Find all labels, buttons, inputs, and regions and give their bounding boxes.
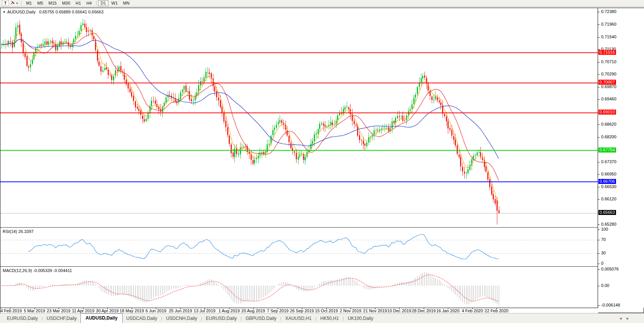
date-label: 30 Apr 2019 [96, 308, 118, 313]
axis-tick-mark [598, 137, 600, 138]
hline-price-badge: 0.70007 [598, 80, 616, 85]
draw-arrows-tool-button[interactable]: ▼ [10, 0, 18, 6]
axis-tick-mark [598, 87, 600, 87]
toolbar-grip[interactable] [21, 1, 21, 5]
price-tick-label: 0.70710 [601, 59, 616, 64]
axis-tick-mark [598, 37, 600, 38]
chart-window: ▼AUDUSD,Daily0.65755 0.65889 0.65641 0.6… [0, 8, 644, 313]
date-label: 2 Nov 2019 [340, 308, 361, 313]
chart-menu-icon[interactable]: ▼ [3, 10, 6, 14]
price-tick-label: 0.66530 [601, 184, 616, 189]
axis-tick-mark [598, 225, 600, 225]
text-tool-icon: T [4, 1, 7, 5]
price-tick-label: 0.68620 [601, 122, 616, 126]
timeframe-button-m15[interactable]: M15 [46, 0, 59, 6]
chart-title: ▼AUDUSD,Daily0.65755 0.65889 0.65641 0.6… [3, 10, 103, 14]
axis-tick-mark [598, 74, 600, 75]
toolbar-separator [96, 1, 97, 6]
hline-price-badge: 0.66706 [598, 179, 616, 184]
chart-tab-eurusd-daily[interactable]: EURUSD,Daily [202, 314, 241, 323]
timeframe-button-m1[interactable]: M1 [24, 0, 34, 6]
date-label: 7 Sep 2019 [267, 308, 288, 313]
macd-tick-label: 0.005076 [601, 267, 619, 271]
axis-tick-mark [598, 25, 600, 25]
timeframe-button-d1[interactable]: D1 [98, 0, 108, 6]
chart-tab-uk100-daily[interactable]: UK100,Daily [344, 314, 377, 323]
date-label: 18 May 2019 [120, 308, 144, 313]
date-label: 25 Jun 2019 [169, 308, 192, 313]
date-label: 11 Apr 2019 [72, 308, 95, 313]
timeframe-button-m30[interactable]: M30 [60, 0, 72, 6]
axis-tick-mark [598, 162, 600, 162]
chart-tab-usdchf-daily[interactable]: USDCHF,Daily [43, 314, 81, 323]
date-label: 20 Aug 2019 [241, 308, 265, 313]
price-chart-canvas[interactable] [0, 8, 598, 308]
mt4-terminal: T ▼ M1M5M15M30H1H4D1W1MN ▼AUDUSD,Daily0.… [0, 0, 644, 323]
axis-tick-mark [598, 286, 600, 286]
top-toolbar: T ▼ M1M5M15M30H1H4D1W1MN [0, 0, 644, 7]
price-tick-label: 0.69460 [601, 97, 616, 101]
rsi-label: RSI(14) 26.3397 [3, 229, 34, 234]
date-label: 22 Feb 2020 [485, 308, 508, 313]
date-label: 4 Feb 2020 [462, 308, 483, 313]
price-tick-label: 0.70290 [601, 72, 616, 76]
chart-tab-bar: EURUSD,Daily|USDCHF,DailyAUDUSD,DailyUSD… [0, 313, 644, 323]
rsi-tick-label: 30 [601, 251, 606, 255]
price-axis[interactable]: 0.723800.719600.715400.711300.707100.702… [598, 8, 644, 308]
timeframe-button-w1[interactable]: W1 [109, 0, 120, 6]
timeframe-button-h4[interactable]: H4 [84, 0, 94, 6]
tab-scroll-arrows: ◄► [619, 316, 633, 320]
price-tick-label: 0.71960 [601, 22, 616, 26]
axis-tick-mark [598, 125, 600, 125]
price-tick-label: 0.66120 [601, 197, 616, 201]
date-label: 15 Oct 2019 [315, 308, 338, 313]
date-label: 28 Dec 2019 [412, 308, 436, 313]
chart-tab-usdcad-daily[interactable]: USDCAD,Daily [123, 314, 161, 323]
axis-tick-mark [598, 305, 600, 306]
axis-tick-mark [598, 199, 600, 200]
chevron-down-icon: ▼ [16, 2, 18, 5]
date-label: 10 Dec 2019 [387, 308, 411, 313]
rsi-tick-label: 70 [601, 237, 606, 242]
axis-tick-mark [598, 174, 600, 175]
arrows-tool-icon [10, 0, 15, 6]
timeframe-button-h1[interactable]: H1 [73, 0, 83, 6]
date-label: 1 Aug 2019 [218, 308, 240, 313]
rsi-tick-label: 0 [601, 261, 603, 266]
macd-tick-label: 0.00 [601, 283, 609, 288]
price-tick-label: 0.66950 [601, 172, 616, 176]
date-label: 6 Jun 2019 [146, 308, 166, 313]
date-label: 21 Nov 2019 [363, 308, 387, 313]
chart-tab-eurusd-daily[interactable]: EURUSD,Daily [3, 314, 42, 323]
text-label-tool-button[interactable]: T [2, 0, 9, 6]
tab-scroll-left-icon[interactable]: ◄ [619, 316, 626, 320]
chart-tab-audusd-daily[interactable]: AUDUSD,Daily [80, 313, 122, 323]
chart-tab-usdcnh-daily[interactable]: USDCNH,Daily [162, 314, 201, 323]
timeframe-button-m5[interactable]: M5 [35, 0, 45, 6]
chart-symbol-period: AUDUSD,Daily [7, 10, 36, 14]
axis-tick-mark [598, 187, 600, 187]
price-tick-label: 0.71540 [601, 34, 616, 39]
hline-price-badge: 0.71016 [598, 50, 616, 55]
chart-tab-gbpusd-daily[interactable]: GBPUSD,Daily [242, 314, 280, 323]
price-tick-label: 0.65280 [601, 222, 616, 226]
hline-price-badge: 0.67754 [598, 148, 616, 152]
date-label: 13 Jul 2019 [194, 308, 216, 313]
chart-tab-hk50-h1[interactable]: HK50,H1 [316, 314, 343, 323]
axis-tick-mark [598, 253, 600, 254]
price-tick-label: 0.72380 [601, 9, 616, 14]
hline-price-badge: 0.69010 [598, 110, 616, 115]
date-label: 14 Feb 2019 [0, 308, 22, 313]
axis-tick-mark [598, 264, 600, 264]
date-label: 26 Sep 2019 [290, 308, 314, 313]
macd-tick-label: -0.006148 [601, 303, 620, 307]
axis-tick-mark [598, 62, 600, 62]
date-label: 5 Mar 2019 [24, 308, 45, 313]
timeframe-button-mn[interactable]: MN [121, 0, 132, 6]
axis-tick-mark [598, 230, 600, 230]
price-tick-label: 0.67370 [601, 159, 616, 164]
date-label: 16 Jan 2020 [436, 308, 460, 313]
date-axis[interactable]: 14 Feb 20195 Mar 201923 Mar 201911 Apr 2… [0, 308, 598, 313]
chart-tab-xauusd-h1[interactable]: XAUUSD,H1 [281, 314, 315, 323]
tab-scroll-right-icon[interactable]: ► [626, 316, 633, 320]
